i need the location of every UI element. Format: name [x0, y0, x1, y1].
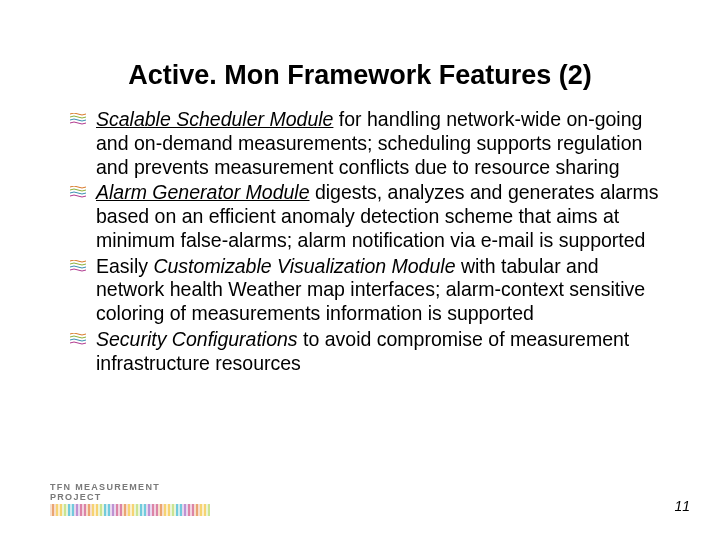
bullet-text: Security Configurations to avoid comprom… [96, 328, 670, 376]
bullet-text: Scalable Scheduler Module for handling n… [96, 108, 670, 179]
bullet-emph: Alarm Generator Module [96, 181, 310, 203]
bullet-icon [70, 113, 90, 127]
bullet-icon [70, 186, 90, 200]
page-number: 11 [674, 498, 690, 514]
bullet-item: Security Configurations to avoid comprom… [70, 328, 670, 376]
bullet-item: Scalable Scheduler Module for handling n… [70, 108, 670, 179]
footer-color-bar [50, 504, 210, 516]
bullet-emph: Security Configurations [96, 328, 298, 350]
footer-logo: TFN MEASUREMENT PROJECT [50, 482, 210, 516]
bullet-icon [70, 260, 90, 274]
bullet-pre: Easily [96, 255, 153, 277]
bullet-icon [70, 333, 90, 347]
bullet-text: Alarm Generator Module digests, analyzes… [96, 181, 670, 252]
slide-body: Scalable Scheduler Module for handling n… [70, 108, 670, 378]
bullet-item: Alarm Generator Module digests, analyzes… [70, 181, 670, 252]
slide-title: Active. Mon Framework Features (2) [0, 60, 720, 91]
slide: Active. Mon Framework Features (2) Scala… [0, 0, 720, 540]
bullet-emph: Scalable Scheduler Module [96, 108, 333, 130]
bullet-emph: Customizable Visualization Module [153, 255, 455, 277]
bullet-item: Easily Customizable Visualization Module… [70, 255, 670, 326]
bullet-text: Easily Customizable Visualization Module… [96, 255, 670, 326]
footer-project-label: TFN MEASUREMENT PROJECT [50, 482, 210, 502]
